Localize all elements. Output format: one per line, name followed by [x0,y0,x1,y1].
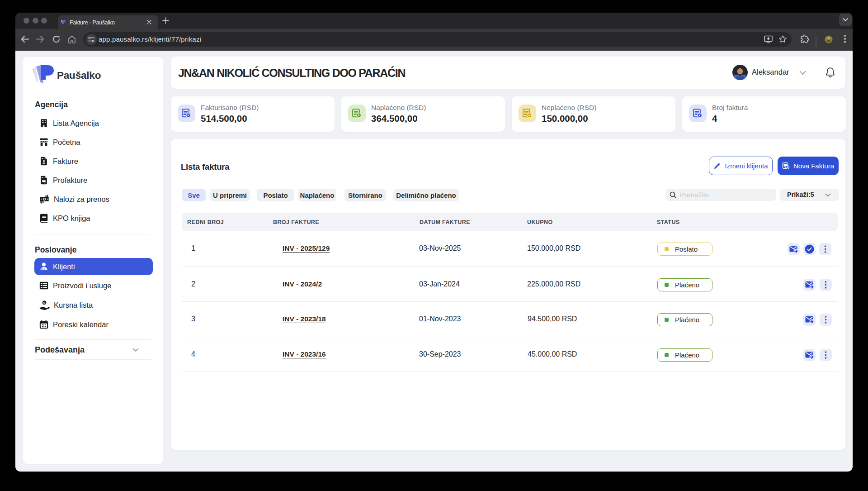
svg-text:$: $ [43,300,46,305]
svg-text:$: $ [43,159,45,163]
